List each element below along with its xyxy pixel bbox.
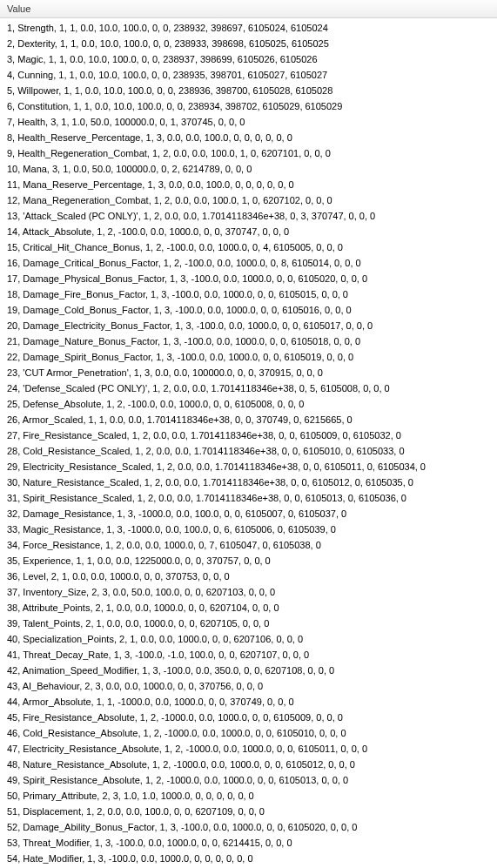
table-row[interactable]: 31, Spirit_Resistance_Scaled, 1, 2, 0.0,… <box>0 490 497 506</box>
table-row[interactable]: 36, Level, 2, 1, 0.0, 0.0, 1000.0, 0, 0,… <box>0 569 497 584</box>
table-row[interactable]: 41, Threat_Decay_Rate, 1, 3, -100.0, -1.… <box>0 647 497 663</box>
table-row[interactable]: 42, Animation_Speed_Modifier, 1, 3, -100… <box>0 663 497 678</box>
table-row[interactable]: 26, Armor_Scaled, 1, 1, 0.0, 0.0, 1.7014… <box>0 412 497 427</box>
table-row[interactable]: 30, Nature_Resistance_Scaled, 1, 2, 0.0,… <box>0 474 497 490</box>
table-row[interactable]: 49, Spirit_Resistance_Absolute, 1, 2, -1… <box>0 772 497 788</box>
table-row[interactable]: 4, Cunning, 1, 1, 0.0, 10.0, 100.0, 0, 0… <box>0 67 497 83</box>
table-row[interactable]: 9, Health_Regeneration_Combat, 1, 2, 0.0… <box>0 145 497 161</box>
table-row[interactable]: 3, Magic, 1, 1, 0.0, 10.0, 100.0, 0, 0, … <box>0 51 497 67</box>
table-row[interactable]: 21, Damage_Nature_Bonus_Factor, 1, 3, -1… <box>0 333 497 349</box>
table-row[interactable]: 25, Defense_Absolute, 1, 2, -100.0, 0.0,… <box>0 396 497 412</box>
table-row[interactable]: 19, Damage_Cold_Bonus_Factor, 1, 3, -100… <box>0 302 497 318</box>
table-row[interactable]: 15, Critical_Hit_Chance_Bonus, 1, 2, -10… <box>0 239 497 255</box>
table-row[interactable]: 20, Damage_Electricity_Bonus_Factor, 1, … <box>0 318 497 333</box>
table-row[interactable]: 52, Damage_Ability_Bonus_Factor, 1, 3, -… <box>0 819 497 835</box>
table-rows: 1, Strength, 1, 1, 0.0, 10.0, 100.0, 0, … <box>0 18 497 868</box>
table-row[interactable]: 35, Experience, 1, 1, 0.0, 0.0, 1225000.… <box>0 553 497 569</box>
table-row[interactable]: 54, Hate_Modifier, 1, 3, -100.0, 0.0, 10… <box>0 851 497 866</box>
table-row[interactable]: 51, Displacement, 1, 2, 0.0, 0.0, 100.0,… <box>0 804 497 819</box>
table-row[interactable]: 5, Willpower, 1, 1, 0.0, 10.0, 100.0, 0,… <box>0 83 497 98</box>
table-row[interactable]: 37, Inventory_Size, 2, 3, 0.0, 50.0, 100… <box>0 584 497 600</box>
table-row[interactable]: 16, Damage_Critical_Bonus_Factor, 1, 2, … <box>0 255 497 271</box>
table-row[interactable]: 46, Cold_Resistance_Absolute, 1, 2, -100… <box>0 725 497 741</box>
column-header-value[interactable]: Value <box>0 0 497 18</box>
table-row[interactable]: 18, Damage_Fire_Bonus_Factor, 1, 3, -100… <box>0 286 497 302</box>
table-row[interactable]: 38, Attribute_Points, 2, 1, 0.0, 0.0, 10… <box>0 600 497 616</box>
table-row[interactable]: 53, Threat_Modifier, 1, 3, -100.0, 0.0, … <box>0 835 497 851</box>
table-row[interactable]: 29, Electricity_Resistance_Scaled, 1, 2,… <box>0 459 497 474</box>
table-row[interactable]: 50, Primary_Attribute, 2, 3, 1.0, 1.0, 1… <box>0 788 497 804</box>
table-row[interactable]: 32, Damage_Resistance, 1, 3, -1000.0, 0.… <box>0 506 497 521</box>
table-row[interactable]: 6, Constitution, 1, 1, 0.0, 10.0, 100.0,… <box>0 98 497 114</box>
table-row[interactable]: 13, 'Attack_Scaled (PC ONLY)', 1, 2, 0.0… <box>0 208 497 224</box>
table-row[interactable]: 48, Nature_Resistance_Absolute, 1, 2, -1… <box>0 757 497 772</box>
table-row[interactable]: 39, Talent_Points, 2, 1, 0.0, 0.0, 1000.… <box>0 616 497 631</box>
table-row[interactable]: 33, Magic_Resistance, 1, 3, -1000.0, 0.0… <box>0 521 497 537</box>
table-row[interactable]: 17, Damage_Physical_Bonus_Factor, 1, 3, … <box>0 271 497 286</box>
table-row[interactable]: 40, Specialization_Points, 2, 1, 0.0, 0.… <box>0 631 497 647</box>
table-row[interactable]: 8, Health_Reserve_Percentage, 1, 3, 0.0,… <box>0 130 497 145</box>
table-row[interactable]: 12, Mana_Regeneration_Combat, 1, 2, 0.0,… <box>0 192 497 208</box>
table-row[interactable]: 10, Mana, 3, 1, 0.0, 50.0, 100000.0, 0, … <box>0 161 497 177</box>
table-row[interactable]: 34, Force_Resistance, 1, 2, 0.0, 0.0, 10… <box>0 537 497 553</box>
table-row[interactable]: 27, Fire_Resistance_Scaled, 1, 2, 0.0, 0… <box>0 427 497 443</box>
table-row[interactable]: 14, Attack_Absolute, 1, 2, -100.0, 0.0, … <box>0 224 497 239</box>
table-row[interactable]: 44, Armor_Absolute, 1, 1, -1000.0, 0.0, … <box>0 694 497 710</box>
table-row[interactable]: 1, Strength, 1, 1, 0.0, 10.0, 100.0, 0, … <box>0 20 497 36</box>
table-row[interactable]: 24, 'Defense_Scaled (PC ONLY)', 1, 2, 0.… <box>0 380 497 396</box>
table-row[interactable]: 43, AI_Behaviour, 2, 3, 0.0, 0.0, 1000.0… <box>0 678 497 694</box>
table-row[interactable]: 22, Damage_Spirit_Bonus_Factor, 1, 3, -1… <box>0 349 497 365</box>
table-row[interactable]: 28, Cold_Resistance_Scaled, 1, 2, 0.0, 0… <box>0 443 497 459</box>
table-row[interactable]: 11, Mana_Reserve_Percentage, 1, 3, 0.0, … <box>0 177 497 192</box>
table-row[interactable]: 7, Health, 3, 1, 1.0, 50.0, 100000.0, 0,… <box>0 114 497 130</box>
table-row[interactable]: 47, Electricity_Resistance_Absolute, 1, … <box>0 741 497 757</box>
table-row[interactable]: 2, Dexterity, 1, 1, 0.0, 10.0, 100.0, 0,… <box>0 36 497 51</box>
table-row[interactable]: 45, Fire_Resistance_Absolute, 1, 2, -100… <box>0 710 497 725</box>
table-row[interactable]: 23, 'CUT Armor_Penetration', 1, 3, 0.0, … <box>0 365 497 380</box>
